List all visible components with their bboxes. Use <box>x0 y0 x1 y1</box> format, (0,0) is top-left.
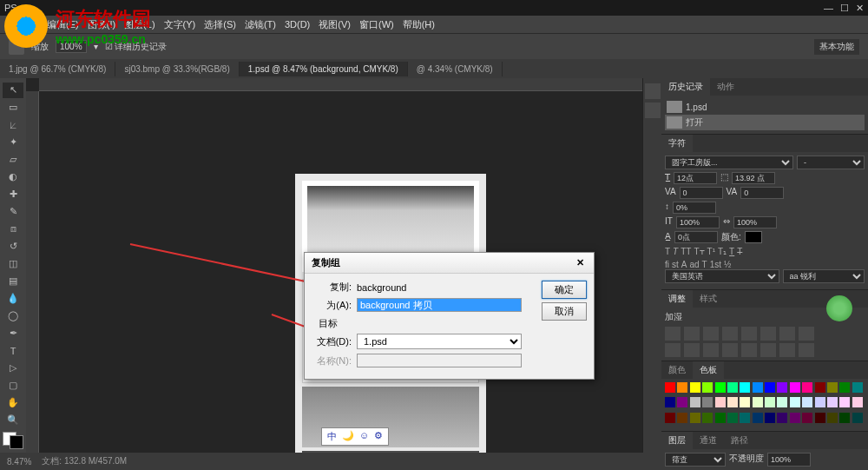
swatch-item[interactable] <box>852 382 863 393</box>
dodge-tool[interactable]: ◯ <box>3 308 23 324</box>
gradient-tool[interactable]: ▤ <box>3 274 23 289</box>
menu-view[interactable]: 视图(V) <box>316 18 353 31</box>
swatch-item[interactable] <box>665 413 675 423</box>
maximize-button[interactable]: ☐ <box>840 3 849 14</box>
zoom-tool[interactable]: 🔍 <box>3 412 23 427</box>
swatch-item[interactable] <box>765 413 775 423</box>
history-step-row[interactable]: 打开 <box>665 115 865 130</box>
swatch-item[interactable] <box>727 413 738 423</box>
swatch-item[interactable] <box>727 382 738 393</box>
font-style-select[interactable]: - <box>797 156 865 169</box>
swatch-item[interactable] <box>715 397 726 407</box>
workspace-label[interactable]: 基本功能 <box>814 39 859 55</box>
exposure-icon[interactable] <box>722 327 738 341</box>
swatch-item[interactable] <box>777 397 787 407</box>
status-doc-info[interactable]: 文档: 132.8 M/457.0M <box>42 455 127 467</box>
zoom-value[interactable]: 100% <box>56 40 87 53</box>
menu-filter[interactable]: 滤镜(T) <box>242 18 279 31</box>
swatch-item[interactable] <box>839 382 850 393</box>
mixer-icon[interactable] <box>684 343 700 357</box>
menu-select[interactable]: 选择(S) <box>201 18 239 31</box>
swatch-item[interactable] <box>827 413 838 423</box>
superscript-icon[interactable]: T¹ <box>707 247 715 256</box>
strike-icon[interactable]: T <box>737 247 742 256</box>
ime-toolbar[interactable]: 中 🌙 ☺ ⚙ <box>321 427 389 446</box>
swatch-item[interactable] <box>677 397 687 407</box>
heal-tool[interactable]: ✚ <box>3 187 23 202</box>
layer-filter-select[interactable]: 筛查 <box>665 453 726 467</box>
menu-layer[interactable]: 图层(L) <box>122 18 157 31</box>
brightness-icon[interactable] <box>665 327 681 341</box>
wand-tool[interactable]: ✦ <box>3 135 23 150</box>
swatch-item[interactable] <box>677 413 687 423</box>
ime-smile-icon[interactable]: ☺ <box>359 430 369 443</box>
shape-tool[interactable]: ▢ <box>3 377 23 393</box>
crop-tool[interactable]: ▱ <box>3 152 23 168</box>
vscale-input[interactable] <box>673 202 716 214</box>
swatch-item[interactable] <box>777 382 787 393</box>
swatch-item[interactable] <box>665 397 675 407</box>
ime-moon-icon[interactable]: 🌙 <box>342 430 354 443</box>
swatch-item[interactable] <box>802 397 812 407</box>
swatch-item[interactable] <box>852 397 863 407</box>
menu-help[interactable]: 帮助(H) <box>400 18 437 31</box>
swatch-item[interactable] <box>727 397 738 407</box>
lasso-tool[interactable]: ⟀ <box>3 117 23 133</box>
menu-image[interactable]: 图像(I) <box>85 18 118 31</box>
eyedropper-tool[interactable]: ◐ <box>3 169 23 185</box>
threshold-icon[interactable] <box>760 343 776 357</box>
invert-icon[interactable] <box>722 343 738 357</box>
posterize-icon[interactable] <box>741 343 757 357</box>
ruler-horizontal[interactable] <box>39 78 642 91</box>
swatch-item[interactable] <box>827 382 838 393</box>
swatch-item[interactable] <box>690 397 700 407</box>
dialog-titlebar[interactable]: 复制组 ✕ <box>305 253 594 274</box>
swatch-item[interactable] <box>740 382 750 393</box>
doc-select[interactable]: 1.psd <box>357 334 522 349</box>
tab-1[interactable]: 1.jpg @ 66.7% (CMYK/8) <box>0 62 115 76</box>
dialog-close-button[interactable]: ✕ <box>573 257 587 268</box>
ord-icon[interactable]: ad <box>689 260 699 269</box>
text-color-swatch[interactable] <box>745 231 762 243</box>
selective-icon[interactable] <box>799 343 814 357</box>
swatch-item[interactable] <box>740 397 750 407</box>
swatch-item[interactable] <box>702 413 713 423</box>
photo-filter-icon[interactable] <box>665 343 681 357</box>
swatch-item[interactable] <box>790 382 800 393</box>
paths-tab[interactable]: 路径 <box>724 432 755 449</box>
blur-tool[interactable]: 💧 <box>3 291 23 307</box>
menu-file[interactable]: 文件(F) <box>4 18 41 31</box>
adjust-tab[interactable]: 调整 <box>661 290 693 308</box>
hscale-input[interactable] <box>676 216 720 228</box>
ime-gear-icon[interactable]: ⚙ <box>374 430 383 443</box>
swatch-item[interactable] <box>753 413 763 423</box>
strip-icon-1[interactable] <box>645 83 661 99</box>
floating-green-button[interactable] <box>826 295 852 321</box>
ordinal-icon[interactable]: 1st <box>710 260 721 269</box>
menu-edit[interactable]: 编辑(E) <box>44 18 82 31</box>
font-select[interactable]: 圆字工房版... <box>665 156 793 169</box>
brush-tool[interactable]: ✎ <box>3 204 23 220</box>
character-tab[interactable]: 字符 <box>661 135 693 152</box>
swatch-item[interactable] <box>839 397 850 407</box>
swatch-item[interactable] <box>753 382 763 393</box>
hand-tool[interactable]: ✋ <box>3 394 23 410</box>
swatch-item[interactable] <box>690 382 700 393</box>
tab-4[interactable]: @ 4.34% (CMYK/8) <box>408 62 503 76</box>
allcaps-icon[interactable]: TT <box>681 247 691 256</box>
curves-icon[interactable] <box>703 327 719 341</box>
menu-3d[interactable]: 3D(D) <box>282 19 312 30</box>
bold-icon[interactable]: T <box>665 247 670 256</box>
vibrance-icon[interactable] <box>741 327 757 341</box>
status-zoom[interactable]: 8.47% <box>7 457 31 467</box>
strip-icon-2[interactable] <box>645 103 661 118</box>
move-tool[interactable]: ↖ <box>3 83 23 98</box>
color-tab[interactable]: 颜色 <box>661 361 693 379</box>
ok-button[interactable]: 确定 <box>542 281 587 299</box>
color-swatches[interactable] <box>3 432 23 449</box>
swatch-item[interactable] <box>740 413 750 423</box>
swatch-item[interactable] <box>753 397 763 407</box>
styles-tab[interactable]: 样式 <box>693 290 724 308</box>
swatch-item[interactable] <box>815 382 825 393</box>
swatch-item[interactable] <box>765 382 775 393</box>
